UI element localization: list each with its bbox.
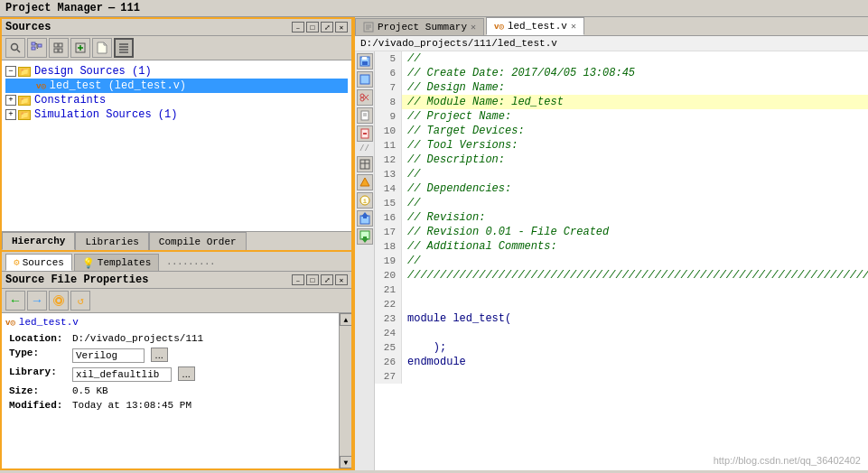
left-panel: Sources – □ ⤢ ✕ [0, 17, 355, 470]
design-sources-item[interactable]: − 📁 Design Sources (1) [5, 64, 348, 79]
sidebar-btn-6[interactable] [357, 174, 373, 190]
sources-panel: Sources – □ ⤢ ✕ [0, 17, 353, 272]
line-content [402, 369, 407, 384]
props-panel-controls: – □ ⤢ ✕ [292, 274, 348, 285]
props-settings-button[interactable] [49, 291, 69, 311]
sources-panel-controls: – □ ⤢ ✕ [292, 22, 348, 32]
code-line: 15// [375, 196, 868, 210]
svg-rect-3 [32, 47, 35, 50]
led-test-tab[interactable]: v◎ led_test.v ✕ [486, 17, 584, 35]
modified-row: Modified: Today at 13:08:45 PM [5, 398, 335, 413]
svg-rect-26 [362, 57, 367, 60]
modified-label: Modified: [5, 398, 69, 413]
svg-point-19 [56, 298, 61, 303]
close-button[interactable]: ✕ [335, 22, 348, 32]
library-edit-button[interactable]: ... [178, 366, 195, 381]
led-test-item[interactable]: v◎ led_test (led_test.v) [5, 79, 348, 93]
list-view-button[interactable] [114, 38, 134, 58]
minimize-button[interactable]: – [292, 22, 304, 32]
code-line: 24 [375, 326, 868, 340]
constraints-item[interactable]: + 📁 Constraints [5, 93, 348, 107]
type-edit-button[interactable]: ... [151, 348, 168, 362]
props-close-button[interactable]: ✕ [335, 274, 348, 285]
led-test-close-icon[interactable]: ✕ [571, 21, 576, 32]
project-summary-tab[interactable]: Project Summary ✕ [355, 18, 484, 35]
props-forward-button[interactable]: → [27, 291, 47, 311]
line-number: 19 [375, 254, 402, 268]
sidebar-import-btn[interactable] [357, 228, 373, 245]
props-refresh-button[interactable]: ↺ [70, 291, 90, 311]
libraries-tab[interactable]: Libraries [75, 232, 148, 250]
svg-point-30 [360, 97, 364, 101]
type-input[interactable] [72, 348, 145, 363]
code-line: 9// Project Name: [375, 109, 868, 124]
expand-button[interactable] [49, 38, 69, 58]
line-content: // [402, 196, 420, 210]
compile-order-tab[interactable]: Compile Order [149, 232, 247, 250]
library-label: Library: [5, 365, 69, 384]
modified-value: Today at 13:08:45 PM [69, 398, 335, 413]
line-number: 16 [375, 210, 402, 225]
simulation-sources-expand[interactable]: + [5, 109, 16, 120]
line-number: 26 [375, 355, 402, 369]
code-line: 14// Dependencies: [375, 181, 868, 196]
props-back-button[interactable]: ← [5, 291, 25, 311]
sidebar-btn-3[interactable] [357, 107, 373, 124]
sidebar-save-btn[interactable] [357, 53, 373, 70]
sources-sub-tab[interactable]: ⚙ Sources [5, 254, 72, 271]
simulation-sources-item[interactable]: + 📁 Simulation Sources (1) [5, 107, 348, 122]
sidebar-export-btn[interactable] [357, 210, 373, 227]
project-summary-icon [363, 22, 374, 32]
props-filename: v◎ led_test.v [5, 317, 335, 328]
sources-titlebar: Sources – □ ⤢ ✕ [2, 19, 351, 36]
sidebar-separator: // [359, 144, 369, 154]
svg-line-1 [17, 50, 20, 52]
hierarchy-tab-label: Hierarchy [12, 236, 65, 246]
svg-rect-4 [38, 44, 42, 47]
templates-sub-tab-label: Templates [98, 257, 151, 268]
svg-rect-9 [59, 43, 62, 47]
line-number: 12 [375, 153, 402, 167]
constraints-folder-icon: 📁 [18, 96, 31, 106]
line-content: // Module Name: led_test [402, 95, 564, 109]
hierarchy-tab[interactable]: Hierarchy [2, 232, 75, 250]
watermark: http://blog.csdn.net/qq_36402402 [714, 455, 861, 466]
code-line: 16// Revision: [375, 210, 868, 225]
maximize-button[interactable]: ⤢ [321, 22, 333, 32]
svg-rect-8 [54, 43, 58, 47]
sidebar-btn-2[interactable] [357, 71, 373, 88]
scroll-down-button[interactable]: ▼ [340, 456, 351, 468]
code-line: 11// Tool Versions: [375, 138, 868, 153]
svg-rect-28 [360, 75, 369, 84]
sidebar-btn-5[interactable] [357, 156, 373, 172]
props-restore-button[interactable]: □ [306, 274, 319, 285]
library-input[interactable] [72, 367, 172, 382]
sidebar-scissors-btn[interactable] [357, 89, 373, 106]
svg-rect-27 [362, 61, 368, 65]
project-summary-close-icon[interactable]: ✕ [471, 22, 476, 32]
scroll-track [340, 326, 351, 456]
line-number: 10 [375, 124, 402, 138]
templates-sub-tab-icon: 💡 [82, 257, 95, 269]
search-button[interactable] [5, 38, 25, 58]
verilog-badge: v◎ [36, 81, 46, 91]
sidebar-btn-4[interactable] [357, 125, 373, 142]
hierarchy-button[interactable] [27, 38, 47, 58]
sidebar-btn-7[interactable]: i [357, 192, 373, 209]
props-maximize-button[interactable]: ⤢ [321, 274, 333, 285]
templates-sub-tab[interactable]: 💡 Templates [74, 254, 159, 271]
props-minimize-button[interactable]: – [292, 274, 304, 285]
editor-tabs: Project Summary ✕ v◎ led_test.v ✕ [355, 17, 868, 36]
svg-point-29 [360, 94, 364, 97]
scroll-up-button[interactable]: ▲ [340, 313, 351, 326]
sources-panel-title: Sources [5, 21, 51, 33]
code-line: 26endmodule [375, 355, 868, 369]
constraints-expand[interactable]: + [5, 95, 16, 106]
add-sources-button[interactable] [70, 38, 90, 58]
file-button[interactable] [92, 38, 112, 58]
restore-button[interactable]: □ [306, 22, 319, 32]
code-area[interactable]: 5//6// Create Date: 2017/04/05 13:08:457… [375, 51, 868, 470]
design-sources-expand[interactable]: − [5, 66, 16, 77]
code-line: 25 ); [375, 340, 868, 355]
sub-tabs: ⚙ Sources 💡 Templates ......... [2, 252, 351, 272]
